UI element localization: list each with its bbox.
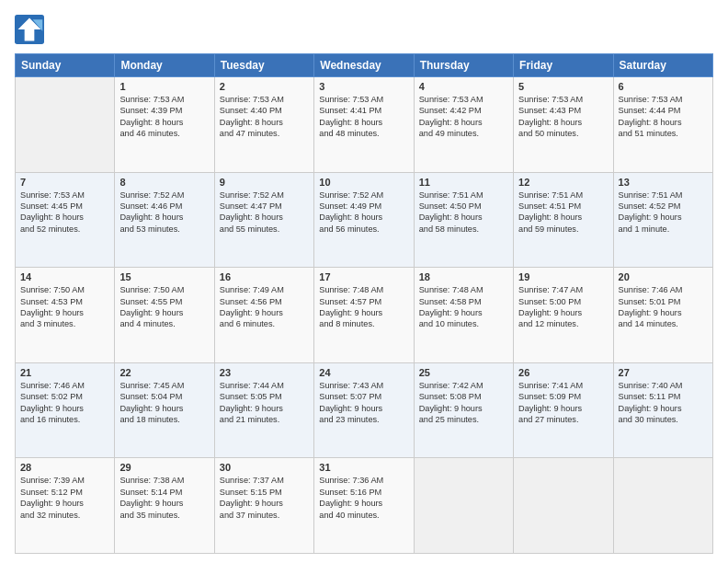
calendar-page: SundayMondayTuesdayWednesdayThursdayFrid… <box>0 0 728 563</box>
calendar-cell <box>16 77 115 173</box>
calendar-cell: 11Sunrise: 7:51 AM Sunset: 4:50 PM Dayli… <box>414 172 513 268</box>
cell-content: Sunrise: 7:53 AM Sunset: 4:41 PM Dayligh… <box>319 94 408 140</box>
calendar-cell: 2Sunrise: 7:53 AM Sunset: 4:40 PM Daylig… <box>214 77 313 173</box>
calendar-cell <box>613 458 712 554</box>
cell-content: Sunrise: 7:51 AM Sunset: 4:51 PM Dayligh… <box>518 190 608 236</box>
calendar-cell: 15Sunrise: 7:50 AM Sunset: 4:55 PM Dayli… <box>115 268 214 363</box>
calendar-cell: 12Sunrise: 7:51 AM Sunset: 4:51 PM Dayli… <box>514 172 613 268</box>
col-header-wednesday: Wednesday <box>314 54 414 77</box>
week-row: 7Sunrise: 7:53 AM Sunset: 4:45 PM Daylig… <box>16 172 713 268</box>
cell-content: Sunrise: 7:53 AM Sunset: 4:43 PM Dayligh… <box>518 94 608 140</box>
calendar-cell: 7Sunrise: 7:53 AM Sunset: 4:45 PM Daylig… <box>16 172 115 268</box>
day-number: 1 <box>119 81 209 92</box>
calendar-cell: 28Sunrise: 7:39 AM Sunset: 5:12 PM Dayli… <box>16 458 115 554</box>
col-header-thursday: Thursday <box>414 54 513 77</box>
calendar-cell: 14Sunrise: 7:50 AM Sunset: 4:53 PM Dayli… <box>16 268 115 363</box>
day-number: 24 <box>319 367 408 378</box>
logo <box>15 15 48 44</box>
day-number: 21 <box>20 367 109 378</box>
cell-content: Sunrise: 7:46 AM Sunset: 5:02 PM Dayligh… <box>20 380 109 426</box>
day-number: 6 <box>619 81 708 92</box>
cell-content: Sunrise: 7:41 AM Sunset: 5:09 PM Dayligh… <box>518 380 608 426</box>
calendar-cell: 17Sunrise: 7:48 AM Sunset: 4:57 PM Dayli… <box>314 268 414 363</box>
cell-content: Sunrise: 7:39 AM Sunset: 5:12 PM Dayligh… <box>20 475 109 521</box>
day-number: 4 <box>419 81 508 92</box>
day-number: 23 <box>220 367 309 378</box>
week-row: 28Sunrise: 7:39 AM Sunset: 5:12 PM Dayli… <box>16 458 713 554</box>
cell-content: Sunrise: 7:53 AM Sunset: 4:40 PM Dayligh… <box>220 94 309 140</box>
day-number: 20 <box>619 271 708 282</box>
day-number: 26 <box>518 367 608 378</box>
calendar-cell: 6Sunrise: 7:53 AM Sunset: 4:44 PM Daylig… <box>613 77 712 173</box>
day-number: 29 <box>119 462 209 473</box>
col-header-sunday: Sunday <box>16 54 115 77</box>
day-number: 16 <box>220 271 309 282</box>
cell-content: Sunrise: 7:49 AM Sunset: 4:56 PM Dayligh… <box>220 284 309 330</box>
day-number: 13 <box>619 177 708 188</box>
col-header-monday: Monday <box>115 54 214 77</box>
calendar-cell <box>414 458 513 554</box>
calendar-cell: 20Sunrise: 7:46 AM Sunset: 5:01 PM Dayli… <box>613 268 712 363</box>
calendar-cell: 29Sunrise: 7:38 AM Sunset: 5:14 PM Dayli… <box>115 458 214 554</box>
calendar-cell: 8Sunrise: 7:52 AM Sunset: 4:46 PM Daylig… <box>115 172 214 268</box>
cell-content: Sunrise: 7:50 AM Sunset: 4:53 PM Dayligh… <box>20 284 109 330</box>
day-number: 12 <box>518 177 608 188</box>
day-number: 28 <box>20 462 109 473</box>
day-number: 14 <box>20 271 109 282</box>
header <box>15 15 713 44</box>
col-header-friday: Friday <box>514 54 613 77</box>
calendar-cell: 23Sunrise: 7:44 AM Sunset: 5:05 PM Dayli… <box>214 362 313 458</box>
cell-content: Sunrise: 7:52 AM Sunset: 4:49 PM Dayligh… <box>319 190 408 236</box>
calendar-cell: 21Sunrise: 7:46 AM Sunset: 5:02 PM Dayli… <box>16 362 115 458</box>
week-row: 1Sunrise: 7:53 AM Sunset: 4:39 PM Daylig… <box>16 77 713 173</box>
cell-content: Sunrise: 7:53 AM Sunset: 4:42 PM Dayligh… <box>419 94 508 140</box>
day-number: 7 <box>20 177 109 188</box>
header-row: SundayMondayTuesdayWednesdayThursdayFrid… <box>16 54 713 77</box>
cell-content: Sunrise: 7:44 AM Sunset: 5:05 PM Dayligh… <box>220 380 309 426</box>
cell-content: Sunrise: 7:47 AM Sunset: 5:00 PM Dayligh… <box>518 284 608 330</box>
cell-content: Sunrise: 7:48 AM Sunset: 4:57 PM Dayligh… <box>319 284 408 330</box>
cell-content: Sunrise: 7:53 AM Sunset: 4:45 PM Dayligh… <box>20 190 109 236</box>
logo-icon <box>15 15 44 44</box>
week-row: 14Sunrise: 7:50 AM Sunset: 4:53 PM Dayli… <box>16 268 713 363</box>
calendar-cell: 3Sunrise: 7:53 AM Sunset: 4:41 PM Daylig… <box>314 77 414 173</box>
calendar-cell: 10Sunrise: 7:52 AM Sunset: 4:49 PM Dayli… <box>314 172 414 268</box>
day-number: 30 <box>220 462 309 473</box>
cell-content: Sunrise: 7:42 AM Sunset: 5:08 PM Dayligh… <box>419 380 508 426</box>
cell-content: Sunrise: 7:38 AM Sunset: 5:14 PM Dayligh… <box>119 475 209 521</box>
col-header-tuesday: Tuesday <box>214 54 313 77</box>
calendar-cell: 25Sunrise: 7:42 AM Sunset: 5:08 PM Dayli… <box>414 362 513 458</box>
day-number: 17 <box>319 271 408 282</box>
cell-content: Sunrise: 7:50 AM Sunset: 4:55 PM Dayligh… <box>119 284 209 330</box>
cell-content: Sunrise: 7:37 AM Sunset: 5:15 PM Dayligh… <box>220 475 309 521</box>
day-number: 5 <box>518 81 608 92</box>
calendar-cell: 22Sunrise: 7:45 AM Sunset: 5:04 PM Dayli… <box>115 362 214 458</box>
week-row: 21Sunrise: 7:46 AM Sunset: 5:02 PM Dayli… <box>16 362 713 458</box>
day-number: 3 <box>319 81 408 92</box>
cell-content: Sunrise: 7:51 AM Sunset: 4:50 PM Dayligh… <box>419 190 508 236</box>
cell-content: Sunrise: 7:53 AM Sunset: 4:39 PM Dayligh… <box>119 94 209 140</box>
calendar-cell: 4Sunrise: 7:53 AM Sunset: 4:42 PM Daylig… <box>414 77 513 173</box>
day-number: 11 <box>419 177 508 188</box>
calendar-cell: 31Sunrise: 7:36 AM Sunset: 5:16 PM Dayli… <box>314 458 414 554</box>
day-number: 10 <box>319 177 408 188</box>
col-header-saturday: Saturday <box>613 54 712 77</box>
cell-content: Sunrise: 7:48 AM Sunset: 4:58 PM Dayligh… <box>419 284 508 330</box>
calendar-cell: 30Sunrise: 7:37 AM Sunset: 5:15 PM Dayli… <box>214 458 313 554</box>
day-number: 27 <box>619 367 708 378</box>
calendar-cell: 18Sunrise: 7:48 AM Sunset: 4:58 PM Dayli… <box>414 268 513 363</box>
cell-content: Sunrise: 7:52 AM Sunset: 4:47 PM Dayligh… <box>220 190 309 236</box>
day-number: 15 <box>119 271 209 282</box>
calendar-cell: 13Sunrise: 7:51 AM Sunset: 4:52 PM Dayli… <box>613 172 712 268</box>
calendar-cell: 16Sunrise: 7:49 AM Sunset: 4:56 PM Dayli… <box>214 268 313 363</box>
calendar-cell: 27Sunrise: 7:40 AM Sunset: 5:11 PM Dayli… <box>613 362 712 458</box>
calendar-cell: 1Sunrise: 7:53 AM Sunset: 4:39 PM Daylig… <box>115 77 214 173</box>
cell-content: Sunrise: 7:43 AM Sunset: 5:07 PM Dayligh… <box>319 380 408 426</box>
day-number: 8 <box>119 177 209 188</box>
calendar-cell <box>514 458 613 554</box>
cell-content: Sunrise: 7:51 AM Sunset: 4:52 PM Dayligh… <box>619 190 708 236</box>
calendar-body: 1Sunrise: 7:53 AM Sunset: 4:39 PM Daylig… <box>16 77 713 554</box>
cell-content: Sunrise: 7:40 AM Sunset: 5:11 PM Dayligh… <box>619 380 708 426</box>
day-number: 25 <box>419 367 508 378</box>
day-number: 31 <box>319 462 408 473</box>
